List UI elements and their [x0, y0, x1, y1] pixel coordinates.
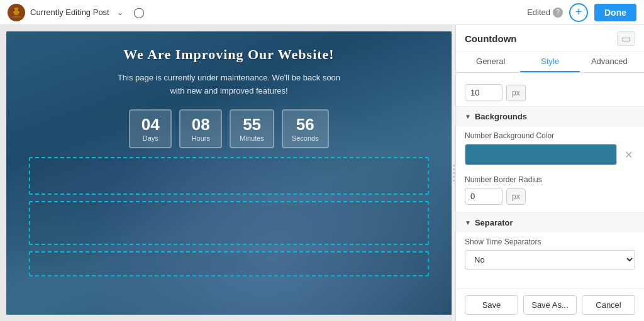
tab-style[interactable]: Style — [520, 52, 579, 72]
topbar-title: Currently Editing Post — [30, 8, 109, 17]
topbar-right: Edited ? + Done — [527, 3, 636, 22]
preview-content: We Are Improving Our Website! This page … — [6, 31, 452, 289]
settings-panel: Countdown ▭ General Style Advanced px — [455, 25, 644, 321]
help-icon[interactable]: ? — [553, 8, 563, 18]
cancel-button[interactable]: Cancel — [582, 295, 635, 315]
show-separators-label: Show Time Separators — [465, 237, 635, 246]
seconds-label: Seconds — [292, 134, 319, 142]
panel-footer: Save Save As... Cancel — [456, 288, 644, 321]
save-button[interactable]: Save — [465, 295, 518, 315]
svg-point-0 — [13, 8, 19, 15]
tab-general[interactable]: General — [461, 52, 520, 72]
preview-subtitle: This page is currently under maintenance… — [109, 72, 348, 98]
spacing-unit: px — [506, 85, 526, 101]
days-value: 04 — [139, 116, 162, 134]
dashed-placeholder-1[interactable] — [29, 157, 429, 195]
color-picker-row: ✕ — [465, 144, 635, 165]
done-button[interactable]: Done — [594, 4, 636, 21]
panel-tabs: General Style Advanced — [456, 52, 644, 73]
save-as-button[interactable]: Save As... — [523, 295, 577, 315]
border-radius-input[interactable] — [465, 188, 502, 205]
drag-dot — [453, 168, 455, 170]
border-radius-label: Number Border Radius — [465, 175, 635, 184]
hours-label: Hours — [189, 134, 212, 142]
spacing-input[interactable] — [465, 84, 502, 101]
show-separators-row: Show Time Separators No Yes — [456, 232, 644, 275]
backgrounds-section-header[interactable]: ▼ Backgrounds — [456, 106, 644, 126]
bell-icon[interactable]: ◯ — [131, 6, 147, 18]
preview-inner: We Are Improving Our Website! This page … — [6, 31, 452, 315]
edited-status: Edited ? — [527, 8, 563, 18]
panel-collapse-button[interactable]: ▭ — [617, 31, 635, 46]
backgrounds-section-label: Backgrounds — [475, 112, 527, 121]
svg-point-1 — [13, 9, 15, 11]
panel-title: Countdown — [465, 33, 516, 44]
border-radius-input-row: px — [465, 188, 635, 205]
separator-chevron-icon: ▼ — [465, 219, 471, 226]
preview-area: We Are Improving Our Website! This page … — [0, 25, 452, 321]
svg-point-2 — [18, 9, 20, 11]
minutes-label: Minutes — [240, 134, 264, 142]
add-button[interactable]: + — [569, 3, 588, 22]
spacing-input-row: px — [465, 84, 635, 101]
drag-dot — [453, 180, 455, 182]
hours-value: 08 — [189, 116, 212, 134]
separator-section-label: Separator — [475, 218, 513, 227]
drag-dot — [453, 176, 455, 178]
countdown-minutes: 55 Minutes — [230, 109, 274, 149]
number-bg-color-label: Number Background Color — [465, 131, 635, 140]
topbar-left: Currently Editing Post ⌄ ◯ — [8, 4, 147, 21]
border-radius-unit: px — [506, 188, 526, 205]
countdown-days: 04 Days — [129, 109, 172, 149]
chevron-down-icon[interactable]: ⌄ — [114, 8, 126, 17]
countdown-hours: 08 Hours — [179, 109, 222, 149]
border-radius-row: Number Border Radius px — [456, 170, 644, 210]
spacing-row: px — [456, 79, 644, 106]
panel-wrapper: Countdown ▭ General Style Advanced px — [452, 25, 644, 321]
number-bg-color-row: Number Background Color ✕ — [456, 126, 644, 170]
main-area: We Are Improving Our Website! This page … — [0, 25, 644, 321]
color-swatch[interactable] — [465, 144, 617, 165]
tab-advanced[interactable]: Advanced — [580, 52, 639, 72]
minutes-value: 55 — [240, 116, 264, 134]
panel-content: px ▼ Backgrounds Number Background Color… — [456, 73, 644, 288]
days-label: Days — [139, 134, 162, 142]
dashed-placeholder-3[interactable] — [29, 251, 429, 276]
dashed-placeholder-2[interactable] — [29, 201, 429, 245]
countdown-row: 04 Days 08 Hours 55 Minutes 56 Seconds — [19, 109, 439, 149]
backgrounds-chevron-icon: ▼ — [465, 113, 471, 120]
topbar: Currently Editing Post ⌄ ◯ Edited ? + Do… — [0, 0, 644, 25]
color-clear-icon[interactable]: ✕ — [622, 149, 635, 161]
drag-dot — [453, 172, 455, 174]
preview-title: We Are Improving Our Website! — [19, 46, 439, 63]
countdown-seconds: 56 Seconds — [282, 109, 329, 149]
panel-header: Countdown ▭ — [456, 25, 644, 52]
drag-dot — [453, 165, 455, 166]
show-separators-select[interactable]: No Yes — [465, 250, 635, 269]
separator-section-header[interactable]: ▼ Separator — [456, 212, 644, 232]
seconds-value: 56 — [292, 116, 319, 134]
avatar — [8, 4, 25, 21]
